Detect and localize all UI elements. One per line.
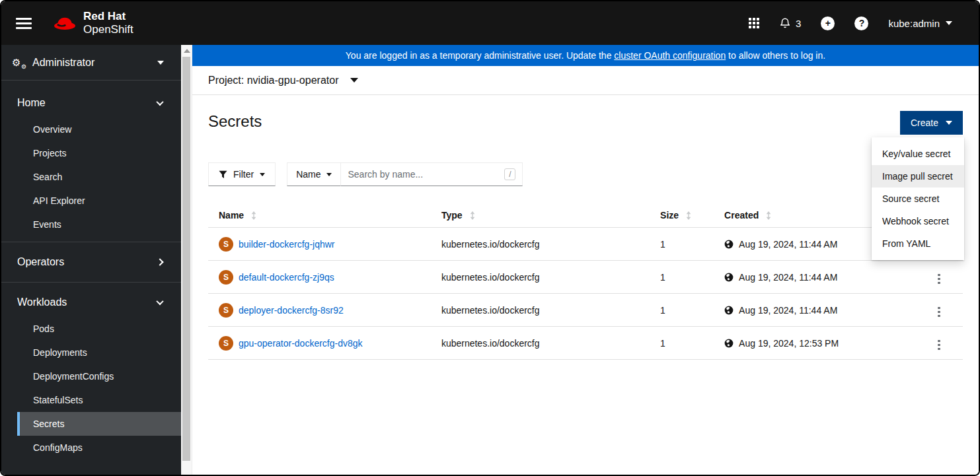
banner-text-suffix: to allow others to log in. [726,50,825,61]
hamburger-icon [16,27,32,29]
perspective-label: Administrator [32,57,94,69]
attribute-label: Name [296,169,320,180]
sidebar-item-configmaps[interactable]: ConfigMaps [1,436,181,459]
sort-icon [470,211,475,220]
hamburger-icon [16,18,32,20]
brand-line2: OpenShift [83,23,133,36]
help-icon: ? [859,18,865,28]
cogs-icon: ⚙⚙ [12,56,26,69]
bell-icon [779,17,791,29]
help-button[interactable]: ? [854,17,868,30]
sidebar-group-workloads[interactable]: Workloads [1,288,181,317]
secret-badge: S [219,237,233,252]
secret-badge: S [219,336,233,351]
sidebar-item-search[interactable]: Search [1,165,181,189]
sort-icon [766,211,771,220]
sidebar-item-projects[interactable]: Projects [1,141,181,165]
secret-type: kubernetes.io/dockercfg [431,228,650,261]
create-button[interactable]: Create [900,111,963,135]
caret-down-icon [260,173,265,176]
menu-item-image-pull-secret[interactable]: Image pull secret [872,165,964,187]
search-input[interactable] [348,169,490,180]
add-quick-create-button[interactable]: + [821,17,835,30]
project-value: nvidia-gpu-operator [247,75,339,86]
search-attribute-select[interactable]: Name [287,162,341,186]
column-header-type[interactable]: Type [431,203,650,228]
caret-down-icon [157,61,164,65]
table-row: S deployer-dockercfg-8sr92 kubernetes.io… [208,294,963,327]
secret-badge: S [219,303,233,318]
menu-item-from-yaml[interactable]: From YAML [872,232,964,255]
secret-link[interactable]: deployer-dockercfg-8sr92 [239,305,344,316]
app-launcher-icon[interactable] [749,18,759,28]
menu-item-key-value-secret[interactable]: Key/value secret [872,143,964,165]
sidebar-item-overview[interactable]: Overview [1,118,181,141]
login-banner: You are logged in as a temporary adminis… [192,45,979,66]
secret-link[interactable]: builder-dockercfg-jqhwr [239,239,335,250]
secret-link[interactable]: default-dockercfg-zj9qs [239,272,334,283]
brand-line1: Red Hat [83,10,133,23]
nav-toggle-button[interactable] [13,14,34,33]
sidebar-item-pods[interactable]: Pods [1,317,181,341]
secret-type: kubernetes.io/dockercfg [431,327,650,360]
column-header-name[interactable]: Name [208,203,431,228]
main-content: You are logged in as a temporary adminis… [192,45,979,475]
kebab-icon[interactable] [934,337,944,353]
sidebar-item-deploymentconfigs[interactable]: DeploymentConfigs [1,364,181,388]
sidebar-item-api-explorer[interactable]: API Explorer [1,189,181,213]
kebab-icon[interactable] [934,304,944,320]
brand-logo: Red Hat OpenShift [53,10,133,36]
sort-icon [251,211,256,220]
table-row: S gpu-operator-dockercfg-dv8gk kubernete… [208,327,963,360]
group-label: Operators [17,256,64,268]
hamburger-icon [16,22,32,24]
secret-badge: S [219,270,233,285]
secret-size: 1 [650,261,714,294]
caret-down-icon [946,21,952,25]
nav-divider [1,282,181,283]
project-bar: Project: nvidia-gpu-operator [192,66,979,95]
sort-icon [686,211,691,220]
banner-text-prefix: You are logged in as a temporary adminis… [346,50,615,61]
table-row: S builder-dockercfg-jqhwr kubernetes.io/… [208,228,963,261]
sidebar: ⚙⚙ Administrator Home Overview Projects … [1,45,181,475]
secret-size: 1 [650,228,714,261]
search-field: / [340,162,523,186]
globe-icon [724,273,734,282]
sidebar-item-events[interactable]: Events [1,213,181,236]
globe-icon [724,339,734,348]
menu-item-source-secret[interactable]: Source secret [872,187,964,210]
group-label: Workloads [17,296,67,308]
column-header-size[interactable]: Size [650,203,714,228]
perspective-switcher[interactable]: ⚙⚙ Administrator [1,45,181,81]
filter-icon [219,170,227,179]
project-label: Project: [208,75,244,86]
sidebar-group-home[interactable]: Home [1,88,181,118]
table-row: S default-dockercfg-zj9qs kubernetes.io/… [208,261,963,294]
created-timestamp: Aug 19, 2024, 11:44 AM [739,272,837,283]
scrollbar-thumb[interactable] [182,57,190,461]
scrollbar-up-arrow[interactable] [184,49,190,53]
secret-link[interactable]: gpu-operator-dockercfg-dv8gk [239,338,363,349]
caret-down-icon [946,121,952,125]
caret-down-icon [326,173,332,176]
filter-dropdown[interactable]: Filter [208,162,276,186]
notifications-button[interactable]: 3 [779,17,801,29]
created-timestamp: Aug 19, 2024, 11:44 AM [739,305,837,316]
create-dropdown-menu: Key/value secret Image pull secret Sourc… [872,137,964,260]
user-dropdown[interactable]: kube:admin [888,18,952,29]
globe-icon [724,240,734,249]
nav-divider [1,242,181,242]
chevron-down-icon [156,98,163,106]
menu-item-webhook-secret[interactable]: Webhook secret [872,210,964,232]
page-title: Secrets [208,111,262,131]
sidebar-item-deployments[interactable]: Deployments [1,341,181,364]
project-selector[interactable]: Project: nvidia-gpu-operator [208,75,358,86]
sidebar-item-statefulsets[interactable]: StatefulSets [1,388,181,412]
username: kube:admin [888,18,940,29]
chevron-right-icon [156,258,163,265]
kebab-icon[interactable] [934,271,944,287]
sidebar-group-operators[interactable]: Operators [1,248,181,277]
sidebar-item-secrets[interactable]: Secrets [17,412,181,436]
oauth-config-link[interactable]: cluster OAuth configuration [614,50,726,61]
